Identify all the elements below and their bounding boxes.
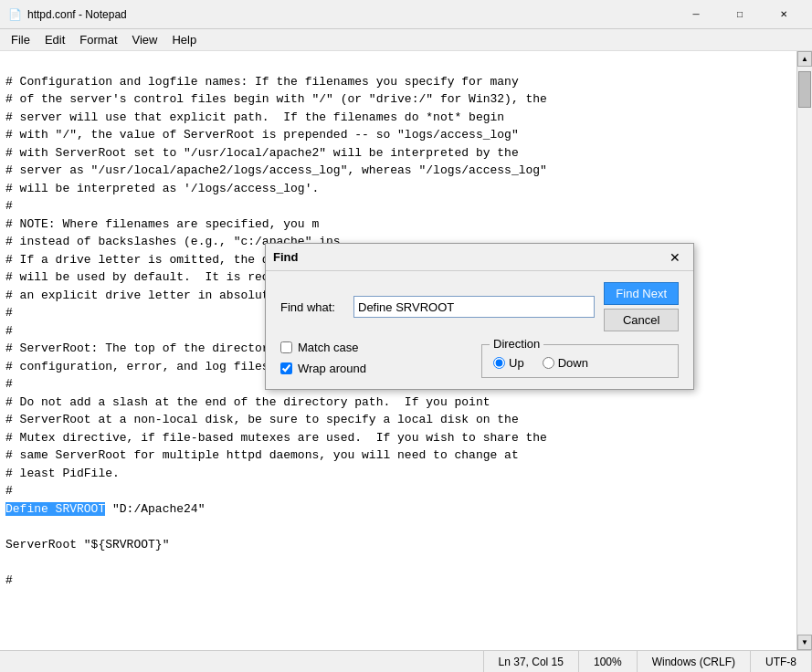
find-next-button[interactable]: Find Next bbox=[604, 282, 679, 305]
match-case-option[interactable]: Match case bbox=[280, 341, 481, 354]
dialog-title: Find bbox=[273, 250, 664, 264]
direction-radio-group: Up Down bbox=[493, 356, 667, 370]
maximize-button[interactable]: □ bbox=[719, 0, 761, 29]
match-case-label: Match case bbox=[298, 341, 358, 354]
menu-view[interactable]: View bbox=[125, 31, 165, 48]
app-icon: 📄 bbox=[7, 7, 22, 22]
find-what-label: Find what: bbox=[280, 300, 353, 314]
direction-up-label: Up bbox=[509, 356, 524, 370]
menu-help[interactable]: Help bbox=[164, 31, 204, 48]
window-title: httpd.conf - Notepad bbox=[27, 8, 675, 21]
direction-legend: Direction bbox=[490, 337, 543, 351]
scroll-up-button[interactable]: ▲ bbox=[797, 51, 812, 67]
checkboxes-column: Match case Wrap around bbox=[280, 341, 481, 375]
direction-up-option[interactable]: Up bbox=[493, 356, 524, 370]
vertical-scrollbar[interactable]: ▲ ▼ bbox=[796, 51, 812, 650]
find-what-row: Find what: Find Next Cancel bbox=[280, 282, 679, 331]
status-zoom: 100% bbox=[579, 651, 638, 672]
direction-down-option[interactable]: Down bbox=[543, 356, 588, 370]
options-row: Match case Wrap around Direction Up bbox=[280, 341, 679, 378]
direction-down-label: Down bbox=[558, 356, 588, 370]
minimize-button[interactable]: ─ bbox=[675, 0, 717, 29]
find-what-input[interactable] bbox=[353, 296, 595, 318]
status-line-endings: Windows (CRLF) bbox=[638, 651, 751, 672]
wrap-around-checkbox[interactable] bbox=[280, 362, 292, 374]
dialog-titlebar: Find ✕ bbox=[266, 244, 693, 271]
dialog-body: Find what: Find Next Cancel Match case bbox=[266, 271, 693, 389]
highlighted-text: Define SRVROOT bbox=[5, 502, 105, 516]
status-encoding: UTF-8 bbox=[751, 651, 812, 672]
titlebar: 📄 httpd.conf - Notepad ─ □ ✕ bbox=[0, 0, 812, 29]
scrollbar-track[interactable] bbox=[797, 67, 812, 635]
status-position: Ln 37, Col 15 bbox=[484, 651, 579, 672]
cancel-button[interactable]: Cancel bbox=[604, 309, 679, 331]
direction-up-radio[interactable] bbox=[493, 357, 505, 369]
match-case-checkbox[interactable] bbox=[280, 341, 292, 353]
menu-format[interactable]: Format bbox=[72, 31, 124, 48]
direction-group: Direction Up Down bbox=[481, 344, 679, 378]
menu-file[interactable]: File bbox=[4, 31, 37, 48]
dialog-buttons: Find Next Cancel bbox=[604, 282, 679, 331]
menu-edit[interactable]: Edit bbox=[37, 31, 72, 48]
direction-down-radio[interactable] bbox=[543, 357, 554, 369]
menubar: File Edit Format View Help bbox=[0, 29, 812, 51]
wrap-around-option[interactable]: Wrap around bbox=[280, 362, 481, 375]
editor-container: # Configuration and logfile names: If th… bbox=[0, 51, 812, 650]
dialog-close-button[interactable]: ✕ bbox=[664, 247, 686, 268]
status-spacer bbox=[0, 651, 484, 672]
scroll-down-button[interactable]: ▼ bbox=[797, 635, 812, 650]
close-button[interactable]: ✕ bbox=[763, 0, 805, 29]
find-dialog: Find ✕ Find what: Find Next Cancel bbox=[265, 243, 694, 390]
wrap-around-label: Wrap around bbox=[298, 362, 366, 375]
scrollbar-thumb[interactable] bbox=[798, 71, 811, 108]
titlebar-controls: ─ □ ✕ bbox=[675, 0, 805, 29]
statusbar: Ln 37, Col 15 100% Windows (CRLF) UTF-8 bbox=[0, 650, 812, 672]
